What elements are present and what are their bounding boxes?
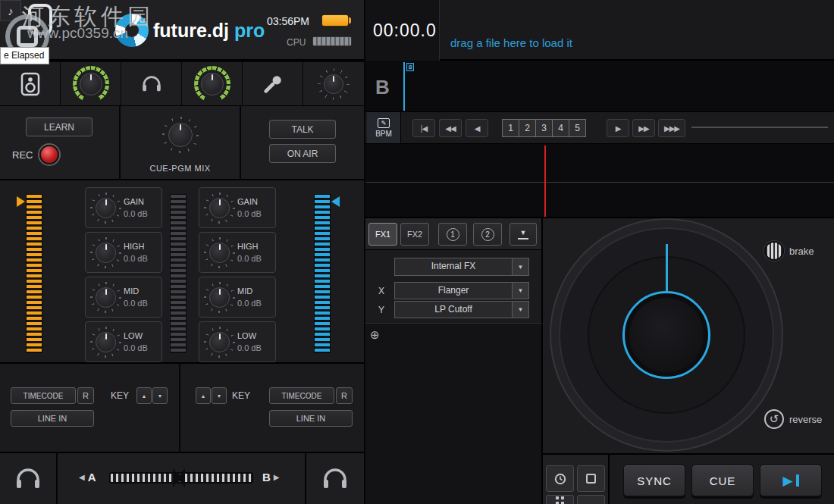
file-drop-zone[interactable]: drag a file here to load it	[450, 36, 572, 49]
jump-forward-button[interactable]: ▶▶▶	[658, 119, 685, 137]
input-source-left: TIMECODE R KEY ▲ ▼ LINE IN	[0, 364, 180, 453]
headphone-cue-right-cell[interactable]	[306, 453, 364, 504]
chevron-down-icon[interactable]: ▼	[512, 302, 528, 318]
rec-label: REC	[12, 149, 33, 161]
hotcue-4-button[interactable]: 4	[552, 119, 569, 137]
vu-meter-center	[170, 194, 187, 353]
fader-marker-left[interactable]	[17, 196, 25, 207]
crossfader-handle[interactable]	[173, 468, 185, 487]
headphone-volume-knob[interactable]	[194, 66, 230, 102]
line-in-button[interactable]: LINE IN	[269, 410, 353, 427]
tooltip: e Elapsed	[0, 47, 49, 64]
fx-slot-2-number: 2	[481, 228, 494, 241]
fx-bank-select[interactable]: Internal FX ▼	[394, 258, 529, 276]
bpm-edit-button[interactable]: ✎ BPM	[367, 112, 401, 143]
key-up-button[interactable]: ▲	[196, 387, 211, 404]
eq-label: GAIN	[237, 197, 258, 206]
forward-button[interactable]: ▶	[607, 119, 629, 137]
clock-mode-button[interactable]	[546, 465, 574, 492]
brake-icon[interactable]	[764, 241, 784, 261]
timecode-button[interactable]: TIMECODE	[11, 387, 76, 404]
key-up-button[interactable]: ▲	[136, 387, 152, 404]
fx-y-select[interactable]: LP Cutoff ▼	[394, 301, 529, 318]
waveform-detail[interactable]	[365, 144, 834, 218]
app-edition: pro	[234, 20, 265, 42]
gain-knob[interactable]	[90, 193, 121, 224]
gain-knob[interactable]	[204, 193, 235, 224]
square-mode-button[interactable]	[577, 465, 605, 492]
eq-value: 0.0 dB	[124, 254, 148, 263]
fast-forward-button[interactable]: ▶▶	[632, 119, 655, 137]
eq-mid-cell: MID 0.0 dB	[199, 277, 276, 318]
mode-button[interactable]	[577, 495, 605, 504]
fx-slot-1-button[interactable]: 1	[438, 223, 467, 246]
hotcue-2-button[interactable]: 2	[519, 119, 536, 137]
skip-to-start-button[interactable]: |◀	[412, 119, 435, 137]
high-knob[interactable]	[204, 237, 235, 268]
fader-marker-right[interactable]	[331, 196, 340, 207]
mid-knob[interactable]	[204, 282, 235, 313]
load-track-button[interactable]: ▼	[509, 223, 537, 246]
on-air-button[interactable]: ON AIR	[269, 144, 336, 163]
grid-view-button[interactable]	[546, 495, 574, 504]
fx-y-label: Y	[378, 305, 384, 315]
waveform-overview[interactable]: B 8	[365, 61, 834, 112]
reverse-icon[interactable]: ↺	[764, 409, 784, 429]
reverse-label: reverse	[789, 414, 822, 425]
cue-button[interactable]: CUE	[691, 465, 754, 496]
low-knob[interactable]	[204, 327, 235, 358]
timecode-button[interactable]: TIMECODE	[269, 387, 334, 404]
deck-header: 00:00.0 drag a file here to load it	[365, 0, 834, 61]
play-pause-button[interactable]: ▶	[760, 465, 822, 496]
timecode-r-button[interactable]: R	[77, 387, 94, 404]
fast-rewind-button[interactable]: ◀◀	[439, 119, 462, 137]
eq-label: LOW	[237, 331, 256, 340]
sync-button[interactable]: SYNC	[623, 465, 685, 496]
fx-x-select[interactable]: Flanger ▼	[394, 282, 529, 299]
hotcue-5-button[interactable]: 5	[569, 119, 586, 137]
low-knob[interactable]	[90, 327, 121, 358]
zoom-slider[interactable]	[691, 127, 828, 128]
fx-y-value: LP Cutoff	[395, 302, 512, 318]
eq-gain-cell: GAIN 0.0 dB	[199, 187, 276, 228]
eq-label: GAIN	[124, 197, 144, 206]
jog-wheel[interactable]	[550, 218, 783, 452]
vu-meter-right	[314, 194, 331, 353]
hotcue-3-button[interactable]: 3	[535, 119, 553, 137]
pause-bar-icon	[796, 474, 799, 487]
fx2-tab[interactable]: FX2	[400, 223, 429, 246]
monitor-row	[0, 62, 364, 106]
master-volume-knob[interactable]	[73, 66, 109, 102]
hotcue-1-button[interactable]: 1	[502, 119, 519, 137]
control-row: LEARN REC CUE-PGM MIX TALK ON AIR	[0, 106, 364, 180]
timecode-r-button[interactable]: R	[336, 387, 353, 404]
fx-slot-2-button[interactable]: 2	[473, 223, 502, 246]
fx-slot-1-number: 1	[447, 228, 459, 241]
talk-button[interactable]: TALK	[269, 120, 336, 139]
learn-button[interactable]: LEARN	[26, 117, 92, 136]
playhead	[403, 62, 405, 111]
battery-icon	[321, 14, 349, 27]
crossfader-a-label: ◀ A	[79, 471, 96, 484]
rewind-button[interactable]: ◀	[466, 119, 488, 137]
eq-value: 0.0 dB	[124, 209, 148, 218]
fx-xy-pad[interactable]: ⊕	[365, 323, 543, 504]
eq-value: 0.0 dB	[237, 299, 262, 308]
fx1-tab[interactable]: FX1	[368, 223, 397, 246]
mid-knob[interactable]	[90, 282, 121, 313]
load-track-icon: ▼	[518, 229, 529, 239]
microphone-icon	[262, 74, 284, 95]
headphone-cue-left-cell[interactable]	[0, 453, 58, 504]
talk-cell: TALK ON AIR	[241, 106, 364, 180]
cue-pgm-mix-knob[interactable]	[162, 117, 199, 153]
mic-volume-knob[interactable]	[318, 68, 350, 100]
brake-label: brake	[789, 246, 814, 257]
line-in-button[interactable]: LINE IN	[11, 410, 94, 427]
record-button[interactable]	[39, 145, 59, 164]
chevron-down-icon[interactable]: ▼	[512, 258, 528, 275]
transport-bar: ✎ BPM |◀ ◀◀ ◀ 1 2 3 4 5 ▶ ▶▶ ▶▶▶	[365, 112, 834, 144]
key-down-button[interactable]: ▼	[152, 387, 168, 404]
key-down-button[interactable]: ▼	[212, 387, 227, 404]
high-knob[interactable]	[90, 237, 121, 268]
chevron-down-icon[interactable]: ▼	[512, 283, 528, 299]
